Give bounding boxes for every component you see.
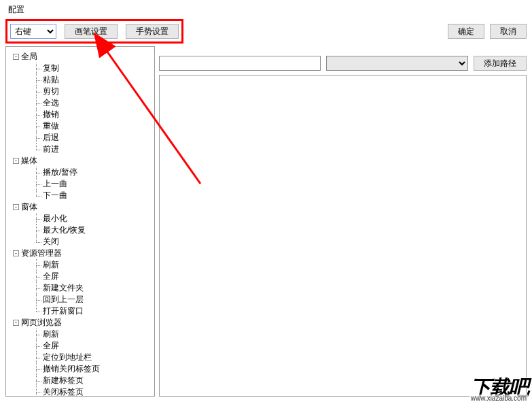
tree-node-label[interactable]: 网页浏览器 [21,318,62,327]
tree-node[interactable]: 新建文件夹 [33,282,149,294]
tree-node[interactable]: 重做 [33,120,149,132]
tree-node-label[interactable]: 最大化/恢复 [43,225,86,235]
tree-node[interactable]: 下一曲 [33,190,149,201]
toolbar: 右键 画笔设置 手势设置 确定 取消 [5,19,527,44]
watermark: 下载吧 www.xiazaiba.com [416,360,532,402]
tree-node-label[interactable]: 前进 [43,144,59,154]
tree-node-label[interactable]: 新建标签页 [43,375,84,385]
tree-node[interactable]: 粘贴 [33,74,149,86]
ok-button[interactable]: 确定 [448,24,484,39]
dialog-buttons: 确定 取消 [448,24,527,39]
tree-node-label[interactable]: 粘贴 [43,75,59,84]
tree-node[interactable]: 打开新窗口 [33,305,149,317]
tree-node-label[interactable]: 撤销关闭标签页 [43,364,100,373]
tree-node-label[interactable]: 全局 [21,52,37,61]
tree-node-label[interactable]: 关闭 [43,237,59,246]
tree-node-label[interactable]: 定位到地址栏 [43,352,92,362]
tree-node[interactable]: 回到上一层 [33,294,149,305]
tree-node[interactable]: 全屏 [33,340,149,352]
tree-node[interactable]: 后退 [33,132,149,144]
tree-node-label[interactable]: 剪切 [43,86,59,96]
tree-node[interactable]: -全局复制粘贴剪切全选撤销重做后退前进 [12,51,149,155]
tree-node-label[interactable]: 下一曲 [43,190,67,200]
tree-node-label[interactable]: 最小化 [43,214,67,223]
watermark-url: www.xiazaiba.com [469,395,528,402]
right-panel: 添加路径 [159,46,527,397]
path-combo[interactable] [326,56,468,71]
pen-settings-button[interactable]: 画笔设置 [65,24,118,39]
tree-node-label[interactable]: 后退 [43,133,59,142]
tree-node-label[interactable]: 打开新窗口 [43,306,84,316]
tree-node[interactable]: 撤销 [33,109,149,120]
tree-node-label[interactable]: 新建文件夹 [43,283,84,292]
mouse-button-select[interactable]: 右键 [10,24,56,39]
tree-node[interactable]: 撤销关闭标签页 [33,363,149,375]
tree-node-label[interactable]: 回到上一层 [43,295,84,304]
tree-node[interactable]: 前进 [33,144,149,155]
tree-node[interactable]: 复制 [33,63,149,74]
tree-node[interactable]: 关闭 [33,236,149,248]
tree-node[interactable]: 刷新 [33,259,149,271]
tree-node[interactable]: -媒体播放/暂停上一曲下一曲 [12,155,149,201]
tree-node-label[interactable]: 全屏 [43,271,59,281]
tree-node-label[interactable]: 刷新 [43,260,59,269]
input-row: 添加路径 [159,46,527,71]
tree-node[interactable]: 最小化 [33,213,149,224]
tree-node-label[interactable]: 全选 [43,98,59,107]
tree-node[interactable]: 关闭标签页 [33,386,149,397]
tree-node-label[interactable]: 复制 [43,63,59,73]
tree-node[interactable]: 上一曲 [33,178,149,190]
add-path-button[interactable]: 添加路径 [474,56,527,71]
tree-node-label[interactable]: 播放/暂停 [43,167,77,177]
highlighted-toolbar-group: 右键 画笔设置 手势设置 [5,19,183,44]
tree-node-label[interactable]: 撤销 [43,110,59,119]
tree-node[interactable]: 全屏 [33,271,149,282]
tree-node-label[interactable]: 媒体 [21,156,37,165]
tree-node-label[interactable]: 上一曲 [43,179,67,188]
tree-node-label[interactable]: 窗体 [21,202,37,212]
path-input[interactable] [159,56,321,71]
body-area: -全局复制粘贴剪切全选撤销重做后退前进-媒体播放/暂停上一曲下一曲-窗体最小化最… [5,46,527,397]
tree-expander-icon[interactable]: - [13,54,19,60]
tree-node-label[interactable]: 重做 [43,121,59,131]
gesture-drawing-area[interactable] [159,75,527,397]
tree-expander-icon[interactable]: - [13,320,19,326]
tree-node[interactable]: 剪切 [33,86,149,97]
tree-expander-icon[interactable]: - [13,250,19,256]
tree-node[interactable]: -窗体最小化最大化/恢复关闭 [12,201,149,248]
window-title: 配置 [8,4,24,16]
cancel-button[interactable]: 取消 [490,24,527,39]
action-tree: -全局复制粘贴剪切全选撤销重做后退前进-媒体播放/暂停上一曲下一曲-窗体最小化最… [12,51,149,397]
tree-node[interactable]: 定位到地址栏 [33,352,149,363]
tree-node-label[interactable]: 关闭标签页 [43,387,84,397]
tree-node[interactable]: 刷新 [33,329,149,340]
tree-node[interactable]: 新建标签页 [33,375,149,386]
tree-expander-icon[interactable]: - [13,158,19,164]
tree-expander-icon[interactable]: - [13,204,19,210]
tree-node[interactable]: 最大化/恢复 [33,224,149,236]
tree-node-label[interactable]: 资源管理器 [21,248,62,258]
gesture-settings-button[interactable]: 手势设置 [126,24,179,39]
tree-node[interactable]: -资源管理器刷新全屏新建文件夹回到上一层打开新窗口 [12,248,149,317]
tree-node-label[interactable]: 全屏 [43,341,59,350]
tree-panel: -全局复制粘贴剪切全选撤销重做后退前进-媒体播放/暂停上一曲下一曲-窗体最小化最… [5,46,155,397]
tree-node[interactable]: 全选 [33,97,149,109]
tree-node[interactable]: -网页浏览器刷新全屏定位到地址栏撤销关闭标签页新建标签页关闭标签页上一标签页下一… [12,317,149,397]
tree-node-label[interactable]: 刷新 [43,329,59,339]
tree-node[interactable]: 播放/暂停 [33,167,149,178]
